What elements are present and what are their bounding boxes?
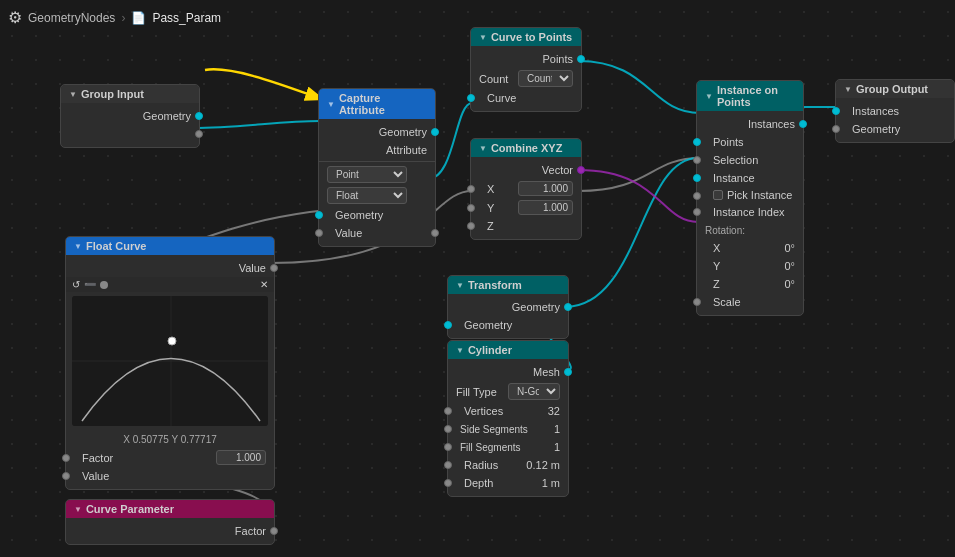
cylinder-radius-row: Radius 0.12 m xyxy=(448,456,568,474)
iop-idx-label: Instance Index xyxy=(713,206,785,218)
iop-pick-label: Pick Instance xyxy=(727,189,792,201)
cp-body: Factor xyxy=(66,518,274,544)
cylinder-sideseg-socket[interactable] xyxy=(444,425,452,433)
cylinder-collapse-icon[interactable]: ▼ xyxy=(456,346,464,355)
fc-tool-close[interactable]: ✕ xyxy=(260,279,268,290)
go-geometry-row: Geometry xyxy=(836,120,954,138)
ctp-curve-in-socket[interactable] xyxy=(467,94,475,102)
cxyz-x-input[interactable] xyxy=(518,181,573,196)
fc-value-out-socket[interactable] xyxy=(270,264,278,272)
blender-icon: ⚙ xyxy=(8,8,22,27)
iop-rotation-header: Rotation: xyxy=(697,221,803,239)
transform-geom-in-socket[interactable] xyxy=(444,321,452,329)
cylinder-node: ▼ Cylinder Mesh Fill Type N-Gon Vertices… xyxy=(447,340,569,497)
fc-coords: X 0.50775 Y 0.77717 xyxy=(123,434,217,445)
cxyz-y-input[interactable] xyxy=(518,200,573,215)
iop-rot-z-row: Z 0° xyxy=(697,275,803,293)
iop-instance-in-socket[interactable] xyxy=(693,174,701,182)
instances-in-socket[interactable] xyxy=(832,107,840,115)
iop-instances-label: Instances xyxy=(748,118,795,130)
iop-points-in-socket[interactable] xyxy=(693,138,701,146)
cxyz-y-in-socket[interactable] xyxy=(467,204,475,212)
geometry-out-socket[interactable] xyxy=(195,112,203,120)
cxyz-x-label: X xyxy=(487,183,494,195)
fc-value-in-label: Value xyxy=(82,470,109,482)
iop-scale-row: Scale xyxy=(697,293,803,311)
capture-attribute-body: Geometry Attribute Point Float Geometry … xyxy=(319,119,435,246)
ca-geometry-out-socket[interactable] xyxy=(431,128,439,136)
transform-geom-out-socket[interactable] xyxy=(564,303,572,311)
iop-instance-label: Instance xyxy=(713,172,755,184)
cylinder-radius-socket[interactable] xyxy=(444,461,452,469)
iop-rot-y-val: 0° xyxy=(784,260,795,272)
ca-dropdown2-row: Float xyxy=(319,185,435,206)
iop-scale-in-socket[interactable] xyxy=(693,298,701,306)
cylinder-filltype-select[interactable]: N-Gon xyxy=(508,383,560,400)
go-geometry-in-socket[interactable] xyxy=(832,125,840,133)
cxyz-z-in-socket[interactable] xyxy=(467,222,475,230)
cylinder-filltype-row: Fill Type N-Gon xyxy=(448,381,568,402)
cxyz-x-in-socket[interactable] xyxy=(467,185,475,193)
go-collapse-icon[interactable]: ▼ xyxy=(844,85,852,94)
cxyz-vector-out-socket[interactable] xyxy=(577,166,585,174)
float-curve-node: ▼ Float Curve Value ↺ ➖ ✕ xyxy=(65,236,275,490)
extra-out-socket[interactable] xyxy=(195,130,203,138)
iop-pick-in-socket[interactable] xyxy=(693,192,701,200)
ca-point-select[interactable]: Point xyxy=(327,166,407,183)
group-input-title: Group Input xyxy=(81,88,144,100)
breadcrumb-root[interactable]: GeometryNodes xyxy=(28,11,115,25)
iop-instances-out-socket[interactable] xyxy=(799,120,807,128)
cxyz-header: ▼ Combine XYZ xyxy=(471,139,581,157)
fc-factor-in-socket[interactable] xyxy=(62,454,70,462)
fc-tool-minus[interactable]: ➖ xyxy=(84,279,96,290)
collapse-icon[interactable]: ▼ xyxy=(69,90,77,99)
iop-idx-in-socket[interactable] xyxy=(693,208,701,216)
cylinder-vertices-socket[interactable] xyxy=(444,407,452,415)
iop-rot-x-val: 0° xyxy=(784,242,795,254)
fc-tool-dot xyxy=(100,281,108,289)
cylinder-filltype-label: Fill Type xyxy=(456,386,497,398)
group-input-body: Geometry xyxy=(61,103,199,147)
ca-float-select[interactable]: Float xyxy=(327,187,407,204)
fc-coords-row: X 0.50775 Y 0.77717 xyxy=(66,430,274,448)
cylinder-fillseg-socket[interactable] xyxy=(444,443,452,451)
cxyz-x-row: X xyxy=(471,179,581,198)
capture-attribute-header: ▼ Capture Attribute xyxy=(319,89,435,119)
cylinder-depth-socket[interactable] xyxy=(444,479,452,487)
transform-collapse-icon[interactable]: ▼ xyxy=(456,281,464,290)
cylinder-mesh-out-socket[interactable] xyxy=(564,368,572,376)
fc-collapse-icon[interactable]: ▼ xyxy=(74,242,82,251)
cylinder-body: Mesh Fill Type N-Gon Vertices 32 Side Se… xyxy=(448,359,568,496)
cp-factor-out-socket[interactable] xyxy=(270,527,278,535)
iop-rot-x-label: X xyxy=(713,242,720,254)
cylinder-vertices-val: 32 xyxy=(548,405,560,417)
cp-collapse-icon[interactable]: ▼ xyxy=(74,505,82,514)
group-output-title: Group Output xyxy=(856,83,928,95)
transform-geom-out-label: Geometry xyxy=(512,301,560,313)
cxyz-z-label: Z xyxy=(487,220,494,232)
transform-title: Transform xyxy=(468,279,522,291)
fc-tool-reset[interactable]: ↺ xyxy=(72,279,80,290)
ctp-collapse-icon[interactable]: ▼ xyxy=(479,33,487,42)
cylinder-fillseg-val: 1 xyxy=(554,441,560,453)
cxyz-collapse-icon[interactable]: ▼ xyxy=(479,144,487,153)
iop-selection-label: Selection xyxy=(713,154,758,166)
ctp-count-select[interactable]: Count xyxy=(518,70,573,87)
iop-rot-x-row: X 0° xyxy=(697,239,803,257)
fc-factor-input[interactable] xyxy=(216,450,266,465)
ca-value-in-label: Value xyxy=(335,227,362,239)
ctp-points-out-socket[interactable] xyxy=(577,55,585,63)
arrow-annotation xyxy=(195,60,335,110)
breadcrumb-current: Pass_Param xyxy=(152,11,221,25)
fc-value-in-socket[interactable] xyxy=(62,472,70,480)
ca-collapse-icon[interactable]: ▼ xyxy=(327,100,335,109)
iop-pick-checkbox[interactable] xyxy=(713,190,723,200)
iop-idx-row: Instance Index xyxy=(697,203,803,221)
iop-collapse-icon[interactable]: ▼ xyxy=(705,92,713,101)
iop-selection-in-socket[interactable] xyxy=(693,156,701,164)
cylinder-radius-val: 0.12 m xyxy=(526,459,560,471)
curve-to-points-node: ▼ Curve to Points Points Count Count Cur… xyxy=(470,27,582,112)
ca-value-out-socket[interactable] xyxy=(431,229,439,237)
ca-geometry-in-socket[interactable] xyxy=(315,211,323,219)
ca-value-in-socket[interactable] xyxy=(315,229,323,237)
